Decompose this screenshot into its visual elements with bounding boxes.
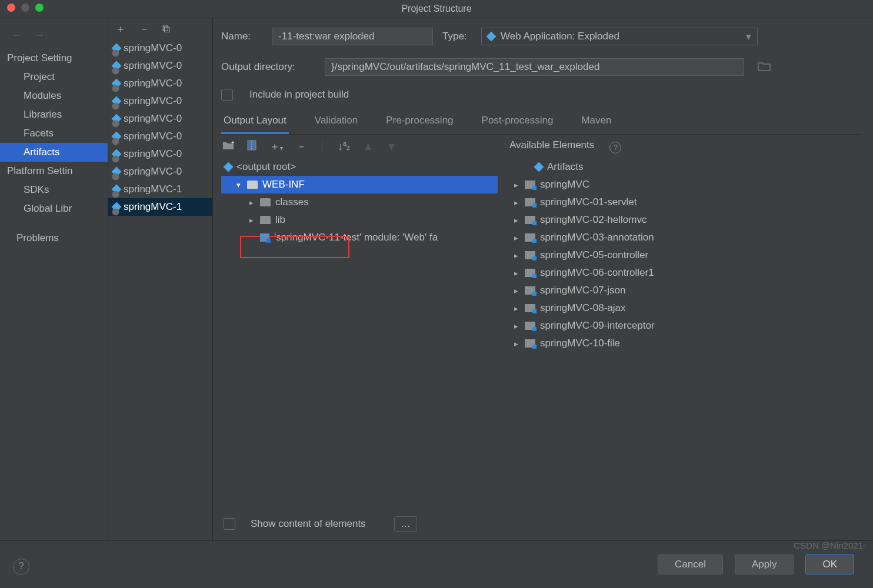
type-value: Web Application: Exploded <box>501 31 619 42</box>
folder-icon <box>260 198 271 206</box>
available-elements-panel: Available Elements ? ▸Artifacts▸springMV… <box>498 135 861 542</box>
artifact-list-item[interactable]: springMVC-0 <box>108 75 212 92</box>
nav-back-icon[interactable]: ← <box>11 28 24 43</box>
add-artifact-icon[interactable]: ＋ <box>115 22 126 36</box>
archive-icon[interactable] <box>247 140 256 153</box>
artifact-list-item[interactable]: springMVC-0 <box>108 92 212 110</box>
expand-right-icon: ▸ <box>512 322 520 330</box>
artifact-item-label: springMVC-0 <box>124 60 182 72</box>
apply-button[interactable]: Apply <box>735 554 794 574</box>
show-content-checkbox[interactable] <box>224 518 235 530</box>
tab-postprocessing[interactable]: Post-processing <box>479 110 556 134</box>
artifact-list-item[interactable]: springMVC-0 <box>108 163 212 181</box>
available-element-item[interactable]: ▸springMVC-07-json <box>508 282 861 299</box>
nav-project[interactable]: Project <box>0 68 108 86</box>
watermark: CSDN @Nin2021- <box>794 540 866 550</box>
nav-libraries[interactable]: Libraries <box>0 105 108 124</box>
outdir-label: Output directory: <box>221 61 315 73</box>
browse-folder-icon[interactable] <box>758 61 772 73</box>
highlight-box <box>240 236 349 258</box>
artifact-item-label: springMVC-0 <box>124 95 182 107</box>
ok-button[interactable]: OK <box>805 554 854 574</box>
copy-artifact-icon[interactable]: ⧉ <box>162 23 170 35</box>
artifact-item-label: springMVC-0 <box>124 42 182 54</box>
artifact-list-item[interactable]: springMVC-0 <box>108 39 212 57</box>
window-close-icon[interactable] <box>7 4 15 12</box>
expand-right-icon: ▸ <box>512 198 520 207</box>
outdir-input[interactable] <box>325 58 744 76</box>
left-nav: ← → Project Setting Project Modules Libr… <box>0 18 108 542</box>
artifact-icon <box>112 79 122 89</box>
window-minimize-icon[interactable] <box>21 4 29 12</box>
move-down-icon[interactable]: ▼ <box>386 141 396 153</box>
tree-webinf-label: WEB-INF <box>262 179 305 191</box>
artifact-list-item[interactable]: springMVC-1 <box>108 198 212 216</box>
tab-maven[interactable]: Maven <box>579 110 614 134</box>
available-element-item[interactable]: ▸springMVC-10-file <box>508 335 861 352</box>
move-up-icon[interactable]: ▲ <box>363 141 374 153</box>
include-build-checkbox[interactable] <box>221 89 233 101</box>
available-element-item[interactable]: ▸springMVC-05-controller <box>508 246 861 264</box>
available-elements-title: Available Elements <box>509 139 594 151</box>
artifact-item-label: springMVC-0 <box>124 113 182 125</box>
available-item-label: springMVC <box>540 179 589 191</box>
sort-icon[interactable]: ↓az <box>338 140 350 153</box>
nav-facets[interactable]: Facets <box>0 124 108 143</box>
artifact-list-item[interactable]: springMVC-0 <box>108 57 212 75</box>
nav-artifacts[interactable]: Artifacts <box>0 143 108 162</box>
expand-right-icon: ▸ <box>512 216 520 225</box>
available-item-label: springMVC-05-controller <box>540 249 648 261</box>
name-input[interactable] <box>272 28 433 45</box>
cancel-button[interactable]: Cancel <box>658 554 723 574</box>
available-item-label: springMVC-06-controller1 <box>540 267 654 279</box>
type-combo[interactable]: Web Application: Exploded ▾ <box>481 28 758 45</box>
nav-sdks[interactable]: SDKs <box>0 181 108 199</box>
nav-problems[interactable]: Problems <box>0 229 108 248</box>
add-copy-icon[interactable]: ＋▾ <box>269 139 283 153</box>
available-item-label: springMVC-09-interceptor <box>540 320 655 332</box>
available-element-item[interactable]: ▸springMVC-03-annotation <box>508 229 861 246</box>
module-folder-icon <box>525 181 535 189</box>
remove-item-icon[interactable]: － <box>296 139 306 153</box>
available-element-item[interactable]: ▸springMVC-08-ajax <box>508 299 861 317</box>
available-element-item[interactable]: ▸springMVC-06-controller1 <box>508 264 861 282</box>
artifact-list-item[interactable]: springMVC-0 <box>108 145 212 163</box>
available-element-item[interactable]: ▸springMVC-01-servlet <box>508 193 861 211</box>
chevron-down-icon: ▾ <box>746 31 751 43</box>
available-item-label: springMVC-07-json <box>540 285 626 296</box>
type-label: Type: <box>442 31 472 42</box>
artifact-item-label: springMVC-0 <box>124 148 182 160</box>
svg-text:+: + <box>231 141 234 146</box>
tree-web-inf[interactable]: ▾ WEB-INF <box>221 176 498 193</box>
show-content-options-button[interactable]: … <box>394 516 417 532</box>
module-folder-icon <box>525 216 535 224</box>
tab-validation[interactable]: Validation <box>312 110 360 134</box>
available-element-item[interactable]: ▸springMVC-09-interceptor <box>508 317 861 335</box>
tab-preprocessing[interactable]: Pre-processing <box>384 110 455 134</box>
available-element-item[interactable]: ▸Artifacts <box>508 158 861 176</box>
help-icon[interactable]: ? <box>609 142 621 153</box>
available-item-label: Artifacts <box>547 161 583 173</box>
remove-artifact-icon[interactable]: － <box>139 22 149 36</box>
tree-classes[interactable]: ▸ classes <box>221 193 498 211</box>
nav-forward-icon[interactable]: → <box>33 28 46 43</box>
include-build-label: Include in project build <box>249 89 349 101</box>
new-folder-icon[interactable]: + <box>222 141 234 153</box>
module-folder-icon <box>525 233 535 242</box>
window-zoom-icon[interactable] <box>35 4 44 12</box>
available-item-label: springMVC-02-hellomvc <box>540 214 647 226</box>
nav-global-libraries[interactable]: Global Libr <box>0 199 108 218</box>
dialog-help-button[interactable]: ? <box>13 559 29 575</box>
tree-output-root[interactable]: <output root> <box>221 158 498 176</box>
tab-output-layout[interactable]: Output Layout <box>221 110 289 134</box>
available-element-item[interactable]: ▸springMVC <box>508 176 861 193</box>
tree-lib[interactable]: ▸ lib <box>221 211 498 229</box>
artifact-icon <box>112 167 122 177</box>
artifact-list-item[interactable]: springMVC-1 <box>108 181 212 198</box>
available-element-item[interactable]: ▸springMVC-02-hellomvc <box>508 211 861 229</box>
artifact-icon <box>534 162 544 172</box>
artifact-list-item[interactable]: springMVC-0 <box>108 128 212 145</box>
nav-modules[interactable]: Modules <box>0 86 108 105</box>
artifact-list-item[interactable]: springMVC-0 <box>108 110 212 128</box>
artifact-icon <box>112 132 122 142</box>
